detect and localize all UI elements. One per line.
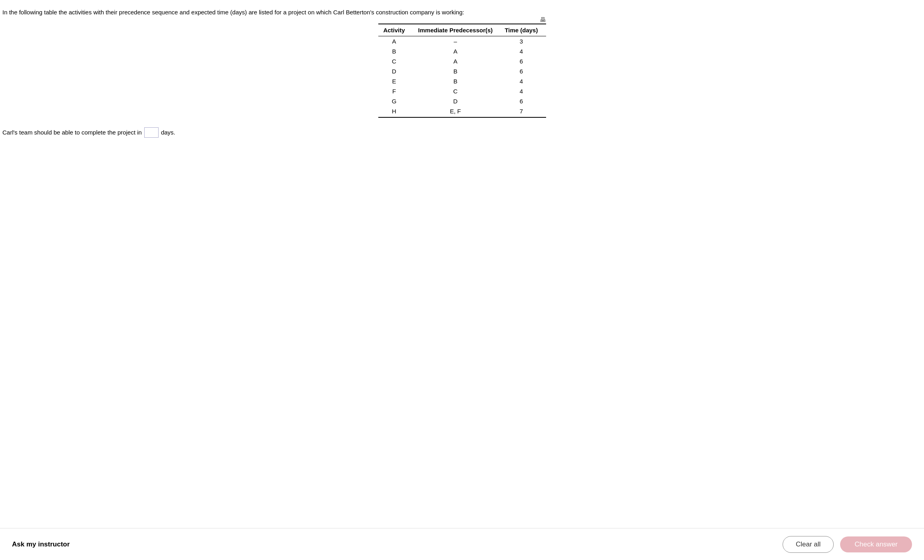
cell-activity: E [378, 76, 414, 86]
activity-table: Activity Immediate Predecessor(s) Time (… [378, 24, 546, 118]
check-answer-button[interactable]: Check answer [840, 536, 912, 552]
col-header-time: Time (days) [501, 24, 546, 36]
cell-predecessor: A [414, 56, 501, 66]
cell-activity: D [378, 66, 414, 76]
cell-time: 4 [501, 46, 546, 56]
footer-bar: Ask my instructor Clear all Check answer [0, 528, 924, 560]
cell-time: 4 [501, 76, 546, 86]
table-row: FC4 [378, 86, 546, 96]
cell-time: 6 [501, 96, 546, 106]
main-content: In the following table the activities wi… [0, 0, 924, 138]
table-row: CA6 [378, 56, 546, 66]
clear-all-button[interactable]: Clear all [783, 536, 834, 553]
cell-predecessor: D [414, 96, 501, 106]
table-row: A–3 [378, 36, 546, 46]
cell-predecessor: C [414, 86, 501, 96]
table-wrapper: 🖶 Activity Immediate Predecessor(s) Time… [2, 24, 922, 118]
table-row: HE, F7 [378, 106, 546, 117]
table-row: BA4 [378, 46, 546, 56]
cell-activity: H [378, 106, 414, 117]
answer-section: Carl's team should be able to complete t… [2, 127, 922, 138]
table-row: DB6 [378, 66, 546, 76]
cell-predecessor: – [414, 36, 501, 46]
print-icon[interactable]: 🖶 [540, 16, 546, 24]
cell-activity: C [378, 56, 414, 66]
cell-time: 6 [501, 66, 546, 76]
cell-activity: F [378, 86, 414, 96]
col-header-predecessor: Immediate Predecessor(s) [414, 24, 501, 36]
cell-predecessor: A [414, 46, 501, 56]
table-row: GD6 [378, 96, 546, 106]
footer-buttons: Clear all Check answer [783, 536, 912, 553]
ask-instructor-label: Ask my instructor [12, 540, 70, 548]
intro-text: In the following table the activities wi… [2, 8, 922, 17]
answer-input[interactable] [144, 127, 159, 138]
cell-time: 4 [501, 86, 546, 96]
cell-activity: A [378, 36, 414, 46]
cell-time: 6 [501, 56, 546, 66]
cell-time: 3 [501, 36, 546, 46]
cell-time: 7 [501, 106, 546, 117]
col-header-activity: Activity [378, 24, 414, 36]
cell-activity: B [378, 46, 414, 56]
answer-prefix: Carl's team should be able to complete t… [2, 129, 142, 136]
cell-predecessor: B [414, 76, 501, 86]
cell-predecessor: B [414, 66, 501, 76]
cell-predecessor: E, F [414, 106, 501, 117]
table-row: EB4 [378, 76, 546, 86]
answer-suffix: days. [161, 129, 175, 136]
cell-activity: G [378, 96, 414, 106]
